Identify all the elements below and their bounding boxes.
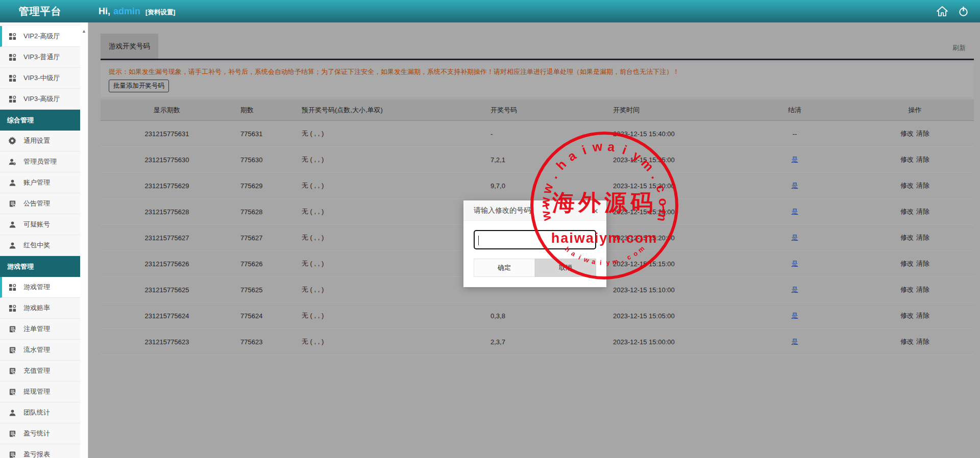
- sidebar-item-account-management[interactable]: 账户管理: [0, 172, 80, 193]
- user-greeting: Hi, admin [资料设置]: [99, 6, 175, 17]
- sidebar-item-profit-loss-statistics[interactable]: 盈亏统计: [0, 423, 80, 444]
- sidebar-item-team-statistics[interactable]: 团队统计: [0, 402, 80, 423]
- sidebar-item-label: 可疑账号: [23, 220, 50, 229]
- sidebar-item-vip3-normal-hall[interactable]: VIP3-普通厅: [0, 47, 80, 68]
- sidebar-item-label: 充值管理: [23, 366, 50, 375]
- grid-icon: [8, 304, 16, 312]
- home-icon[interactable]: [937, 6, 948, 16]
- close-icon[interactable]: ×: [591, 205, 600, 218]
- user-icon: [8, 220, 16, 228]
- username: admin: [113, 6, 140, 17]
- grid-icon: [8, 53, 16, 61]
- sidebar-item-suspicious-accounts[interactable]: 可疑账号: [0, 214, 80, 235]
- sidebar-item-label: 管理员管理: [23, 157, 57, 166]
- sidebar-item-game-management[interactable]: 游戏管理: [0, 277, 80, 298]
- app-title: 管理平台: [0, 5, 80, 18]
- user-icon: [8, 241, 16, 249]
- gear-icon: [8, 137, 16, 145]
- grid-icon: [8, 95, 16, 103]
- sidebar-item-announcement-management[interactable]: 公告管理: [0, 193, 80, 214]
- sidebar-item-label: 提现管理: [23, 387, 50, 396]
- grid-icon: [8, 283, 16, 291]
- sidebar-section-game-management-section: 游戏管理: [0, 256, 80, 277]
- confirm-button[interactable]: 确定: [474, 259, 535, 277]
- sidebar-scrollbar[interactable]: ▲: [80, 22, 88, 458]
- modal-header: 请输入修改的号码 ×: [463, 200, 606, 221]
- sidebar-item-game-odds[interactable]: 游戏赔率: [0, 298, 80, 319]
- sidebar-item-label: VIP2-高级厅: [23, 32, 60, 41]
- users-icon: [8, 158, 16, 166]
- top-header: 管理平台 Hi, admin [资料设置]: [0, 0, 980, 22]
- grid-icon: [8, 74, 16, 82]
- sidebar-item-label: 盈亏统计: [23, 429, 50, 438]
- greeting-prefix: Hi,: [99, 6, 110, 17]
- sidebar-item-label: VIP3-高级厅: [23, 94, 60, 104]
- sidebar-item-label: 团队统计: [23, 408, 50, 417]
- cancel-button[interactable]: 取消: [535, 259, 596, 277]
- sidebar-item-label: VIP3-中级厅: [23, 73, 60, 83]
- sidebar-menu: VIP2-高级厅VIP3-普通厅VIP3-中级厅VIP3-高级厅综合管理通用设置…: [0, 26, 80, 458]
- sidebar-item-label: 盈亏报表: [23, 450, 50, 458]
- modal-title: 请输入修改的号码: [474, 206, 531, 215]
- sidebar-item-label: 游戏赔率: [23, 303, 50, 313]
- number-input[interactable]: [474, 230, 596, 249]
- sidebar-item-profit-loss-report[interactable]: 盈亏报表: [0, 444, 80, 458]
- sidebar-item-vip3-middle-hall[interactable]: VIP3-中级厅: [0, 68, 80, 89]
- sidebar-item-label: 游戏管理: [23, 283, 50, 292]
- sidebar-item-label: 流水管理: [23, 345, 50, 354]
- sidebar-item-label: 公告管理: [23, 199, 50, 208]
- sidebar-item-admin-management[interactable]: 管理员管理: [0, 151, 80, 172]
- sidebar-item-recharge-management[interactable]: 充值管理: [0, 361, 80, 381]
- sidebar-item-turnover-management[interactable]: 流水管理: [0, 340, 80, 361]
- profile-settings-link[interactable]: [资料设置]: [145, 8, 175, 17]
- sidebar-item-label: 账户管理: [23, 178, 50, 187]
- doc-icon: [8, 367, 16, 375]
- grid-icon: [8, 32, 16, 40]
- sidebar-item-label: 红包中奖: [23, 241, 50, 250]
- scroll-up-arrow-icon[interactable]: ▲: [80, 29, 88, 34]
- doc-icon: [8, 388, 16, 396]
- sidebar-section-general-management: 综合管理: [0, 110, 80, 131]
- power-logout-icon[interactable]: [958, 6, 969, 17]
- text-caret: [478, 236, 479, 245]
- doc-icon: [8, 346, 16, 354]
- doc-icon: [8, 199, 16, 208]
- edit-number-modal: 请输入修改的号码 × 确定 取消: [463, 200, 606, 287]
- sidebar-item-withdrawal-management[interactable]: 提现管理: [0, 381, 80, 402]
- doc-icon: [8, 450, 16, 458]
- sidebar-item-label: 注单管理: [23, 324, 50, 334]
- sidebar: VIP2-高级厅VIP3-普通厅VIP3-中级厅VIP3-高级厅综合管理通用设置…: [0, 22, 80, 458]
- user-icon: [8, 179, 16, 187]
- doc-icon: [8, 429, 16, 438]
- sidebar-item-vip3-senior-hall[interactable]: VIP3-高级厅: [0, 89, 80, 110]
- user-icon: [8, 409, 16, 417]
- sidebar-item-vip2-senior-hall[interactable]: VIP2-高级厅: [0, 26, 80, 47]
- doc-icon: [8, 325, 16, 333]
- sidebar-item-red-packet-winning[interactable]: 红包中奖: [0, 235, 80, 256]
- sidebar-item-bet-order-management[interactable]: 注单管理: [0, 319, 80, 340]
- sidebar-item-label: VIP3-普通厅: [23, 53, 60, 62]
- sidebar-item-general-settings[interactable]: 通用设置: [0, 131, 80, 151]
- sidebar-item-label: 通用设置: [23, 136, 50, 145]
